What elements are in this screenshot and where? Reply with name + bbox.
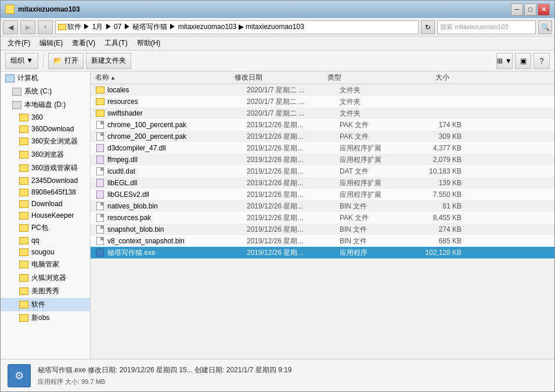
table-row[interactable]: 秘塔写作猫.exe2019/12/26 星期...应用程序102,128 KB [91,247,554,258]
sidebar-item-pcmanager[interactable]: 电脑管家 [1,258,90,271]
sidebar-item-sougou[interactable]: sougou [1,246,90,258]
sidebar-item-label: 计算机 [17,73,38,83]
table-row[interactable]: v8_context_snapshot.bin2019/12/26 星期...B… [91,235,554,247]
file-name: ffmpeg.dll [107,156,247,164]
file-date: 2019/12/26 星期... [247,213,340,223]
table-row[interactable]: icudtl.dat2019/12/26 星期...DAT 文件10,183 K… [91,166,554,177]
sidebar-item-2345[interactable]: 2345Download [1,175,90,186]
table-row[interactable]: snapshot_blob.bin2019/12/26 星期...BIN 文件2… [91,224,554,235]
file-name: 秘塔写作猫.exe [107,248,247,258]
sidebar-item-360[interactable]: 360 [1,112,90,123]
file-type: 应用程序 [340,248,403,258]
view-button[interactable]: ⊞ ▼ [496,53,513,69]
table-row[interactable]: libGLESv2.dll2019/12/26 星期...应用程序扩展7,550… [91,189,554,200]
file-size: 4,377 KB [403,144,462,152]
forward-button[interactable]: ▶ [20,20,35,34]
sidebar-item-firefox[interactable]: 火狐浏览器 [1,271,90,285]
dll-icon [95,190,104,199]
col-header-size[interactable]: 大小 [391,73,449,82]
back-button[interactable]: ◀ [3,20,18,34]
sidebar-item-label: 电脑管家 [31,260,59,269]
minimize-button[interactable]: ─ [511,3,523,16]
sidebar-item-360b[interactable]: 360浏览器 [1,148,90,161]
drive-c-icon [12,88,21,96]
sidebar-item-c[interactable]: 系统 (C:) [1,85,90,98]
table-row[interactable]: d3dcompiler_47.dll2019/12/26 星期...应用程序扩展… [91,142,554,154]
menu-edit[interactable]: 编辑(E) [35,37,67,49]
file-name: resources [107,98,247,106]
computer-icon [5,74,15,82]
maximize-button[interactable]: □ [524,3,536,16]
table-row[interactable]: libEGL.dll2019/12/26 星期...应用程序扩展139 KB [91,177,554,189]
file-icon [95,132,104,141]
folder-icon [19,138,28,145]
sidebar-item-label: 360Download [31,125,74,133]
table-row[interactable]: chrome_100_percent.pak2019/12/26 星期...PA… [91,119,554,131]
file-size: 685 KB [403,237,462,245]
table-row[interactable]: locales2020/1/7 星期二 ...文件夹 [91,84,554,96]
sidebar-item-download[interactable]: Download [1,198,90,210]
table-row[interactable]: natives_blob.bin2019/12/26 星期...BIN 文件81… [91,200,554,212]
file-date: 2019/12/26 星期... [247,155,340,165]
sidebar-item-software[interactable]: 软件 [1,298,90,311]
search-placeholder: 搜索 mitaxiezuomao103 [440,23,508,31]
sidebar-item-housekeeper[interactable]: HouseKeeper [1,210,90,221]
column-headers: 名称 ▲ 修改日期 类型 大小 [91,71,554,84]
folder-icon [19,189,28,196]
path-folder-icon [58,24,66,30]
file-list: locales2020/1/7 星期二 ...文件夹resources2020/… [91,84,554,359]
sidebar-item-qq[interactable]: qq [1,235,90,246]
file-date: 2019/12/26 星期... [247,120,340,130]
table-row[interactable]: resources2020/1/7 星期二 ...文件夹 [91,96,554,107]
sidebar-item-label: HouseKeeper [31,211,74,220]
file-size: 2,079 KB [403,156,462,164]
file-icon [95,214,104,222]
close-button[interactable]: ✕ [538,3,550,16]
file-date: 2019/12/26 星期... [247,143,340,153]
search-box[interactable]: 搜索 mitaxiezuomao103 [437,20,536,34]
file-name: v8_context_snapshot.bin [107,237,247,245]
menu-view[interactable]: 查看(V) [67,37,100,49]
sidebar-item-label: sougou [31,248,54,256]
menu-tools[interactable]: 工具(T) [100,37,132,49]
table-row[interactable]: chrome_200_percent.pak2019/12/26 星期...PA… [91,131,554,142]
sidebar-item-label: 本地磁盘 (D:) [24,100,66,110]
sidebar-item-360browser[interactable]: 360安全浏览器 [1,135,90,148]
sidebar-item-8908[interactable]: 8908e645f138 [1,186,90,198]
refresh-button[interactable]: ↻ [421,20,435,34]
sidebar-item-pc[interactable]: PC包 [1,221,90,235]
organize-button[interactable]: 组织 ▼ [5,53,38,69]
col-header-type[interactable]: 类型 [327,73,391,82]
help-button[interactable]: ? [534,53,550,69]
file-type: PAK 文件 [340,213,403,223]
menu-help[interactable]: 帮助(H) [132,37,165,49]
file-size: 7,550 KB [403,190,462,199]
address-path[interactable]: 软件 ▶ 1月 ▶ 07 ▶ 秘塔写作猫 ▶ mitaxiezuomao103 … [55,20,419,34]
sidebar-item-label: 软件 [31,300,45,310]
table-row[interactable]: swiftshader2020/1/7 星期二 ...文件夹 [91,107,554,119]
table-row[interactable]: ffmpeg.dll2019/12/26 星期...应用程序扩展2,079 KB [91,154,554,166]
search-button[interactable]: 🔍 [538,20,552,34]
folder-icon [19,151,28,159]
table-row[interactable]: resources.pak2019/12/26 星期...PAK 文件8,455… [91,212,554,224]
drive-d-icon [12,101,21,109]
title-bar-controls: ─ □ ✕ [511,3,550,16]
sidebar-item-newobs[interactable]: 新obs [1,311,90,325]
sidebar-item-label: 新obs [31,313,49,323]
open-button[interactable]: 📂 打开 [48,53,83,69]
sidebar-item-360game[interactable]: 360游戏管家碍 [1,161,90,175]
col-header-name[interactable]: 名称 ▲ [95,73,235,82]
pane-button[interactable]: ▣ [515,53,531,69]
sidebar-item-360download[interactable]: 360Download [1,123,90,135]
window-title: mitaxiezuomao103 [18,5,80,13]
sidebar-item-computer[interactable]: 计算机 [1,71,90,85]
sidebar-item-meitu[interactable]: 美图秀秀 [1,285,90,298]
up-button[interactable]: ↑ [38,20,53,34]
file-size: 274 KB [403,225,462,233]
file-name: resources.pak [107,214,247,222]
sidebar-item-d[interactable]: 本地磁盘 (D:) [1,98,90,112]
new-folder-button[interactable]: 新建文件夹 [86,53,131,69]
col-header-date[interactable]: 修改日期 [235,73,327,82]
menu-file[interactable]: 文件(F) [3,37,35,49]
file-type: PAK 文件 [340,132,403,142]
